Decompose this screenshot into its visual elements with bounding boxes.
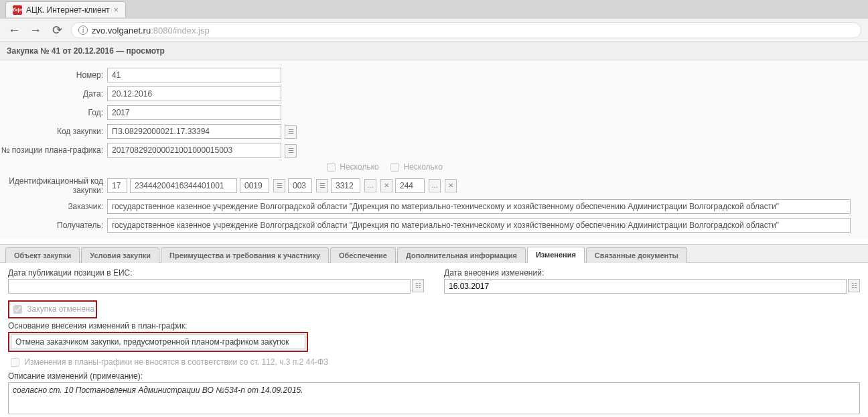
ikz-part1[interactable]: [107, 178, 127, 193]
favicon-icon: бфт: [13, 5, 22, 15]
label-plan-position: № позиции плана-графика:: [0, 145, 107, 155]
picker-icon[interactable]: ☰: [285, 144, 297, 158]
page: Закупка № 41 от 20.12.2016 — просмотр Но…: [0, 42, 868, 417]
page-title: Закупка № 41 от 20.12.2016 — просмотр: [0, 42, 868, 60]
label-purchase-code: Код закупки:: [0, 127, 107, 136]
picker-icon[interactable]: ☰: [316, 179, 328, 192]
purchase-code-input[interactable]: [107, 124, 281, 139]
ikz-flags: Несколько Несколько: [324, 161, 868, 174]
label-eis-date: Дата публикации позиции в ЕИС:: [8, 268, 424, 278]
several-label-1: Несколько: [340, 162, 378, 172]
tab-requirements[interactable]: Преимущества и требования к участнику: [161, 247, 329, 263]
number-input[interactable]: [107, 68, 281, 82]
customer-input[interactable]: [107, 199, 851, 214]
select-icon[interactable]: …: [429, 179, 441, 192]
label-number: Номер:: [0, 70, 107, 80]
url-port: :8080: [151, 25, 173, 36]
plan-position-input[interactable]: [107, 143, 281, 158]
highlight-basis: [8, 332, 308, 352]
tab-addinfo[interactable]: Дополнительная информация: [397, 247, 526, 263]
url-input[interactable]: i zvo.volganet.ru:8080/index.jsp: [71, 22, 861, 38]
recipient-input[interactable]: [107, 218, 851, 233]
no-changes-checkbox: [11, 358, 19, 367]
tab-guarantee[interactable]: Обеспечение: [330, 247, 396, 263]
tab-related[interactable]: Связанные документы: [586, 247, 687, 263]
forward-icon[interactable]: →: [28, 23, 43, 38]
url-path: /index.jsp: [173, 25, 210, 36]
tab-conditions[interactable]: Условия закупки: [81, 247, 159, 263]
several-label-2: Несколько: [403, 162, 442, 172]
label-change-date: Дата внесения изменений:: [444, 268, 860, 278]
eis-date-input[interactable]: [8, 279, 411, 294]
highlight-cancelled: Закупка отменена: [8, 300, 97, 318]
select-icon[interactable]: …: [364, 179, 376, 192]
calendar-icon[interactable]: ☷: [848, 279, 860, 292]
calendar-icon[interactable]: ☷: [412, 279, 424, 292]
ikz-part6[interactable]: [395, 178, 425, 193]
ikz-part2[interactable]: [130, 178, 237, 193]
label-ikz: Идентификационный код закупки:: [0, 176, 107, 196]
form-area: Номер: Дата: Год: Код закупки: ☰ № позиц…: [0, 60, 868, 239]
tab-content-changes: Дата публикации позиции в ЕИС: ☷ Дата вн…: [0, 263, 868, 417]
browser-tab[interactable]: бфт АЦК. Интернет-клиент ×: [5, 1, 126, 17]
label-customer: Заказчик:: [0, 202, 107, 211]
picker-icon[interactable]: ☰: [285, 125, 297, 139]
label-note: Описание изменений (примечание):: [8, 371, 860, 381]
no-changes-label: Изменения в планы-графики не вносятся в …: [24, 357, 328, 366]
note-textarea[interactable]: согласно ст. 10 Постановления Администра…: [8, 382, 860, 414]
change-date-input[interactable]: [444, 279, 847, 294]
ikz-part5[interactable]: [331, 178, 360, 193]
picker-icon[interactable]: ☰: [273, 179, 285, 192]
reload-icon[interactable]: ⟳: [50, 23, 64, 38]
cancelled-checkbox: [13, 305, 22, 314]
label-basis: Основание внесения изменений в план-граф…: [8, 321, 860, 331]
browser-tab-bar: бфт АЦК. Интернет-клиент ×: [0, 0, 868, 19]
several-check-2: [390, 163, 399, 172]
info-icon[interactable]: i: [78, 25, 88, 35]
clear-icon[interactable]: ✕: [380, 179, 392, 192]
tab-object[interactable]: Объект закупки: [5, 247, 80, 263]
tab-strip: Объект закупки Условия закупки Преимущес…: [0, 244, 868, 263]
url-host: zvo.volganet.ru: [92, 25, 151, 36]
year-input[interactable]: [107, 105, 281, 120]
tab-changes[interactable]: Изменения: [527, 247, 585, 263]
label-recipient: Получатель:: [0, 221, 107, 230]
address-bar: ← → ⟳ i zvo.volganet.ru:8080/index.jsp: [0, 19, 868, 42]
date-input[interactable]: [107, 86, 281, 101]
label-date: Дата:: [0, 89, 107, 99]
cancelled-label: Закупка отменена: [27, 304, 94, 313]
ikz-part4[interactable]: [288, 178, 312, 193]
clear-icon[interactable]: ✕: [445, 179, 457, 192]
close-tab-icon[interactable]: ×: [114, 5, 119, 15]
back-icon[interactable]: ←: [7, 23, 21, 38]
several-check-1: [327, 163, 336, 172]
basis-input[interactable]: [11, 335, 305, 349]
label-year: Год:: [0, 108, 107, 117]
ikz-part3[interactable]: [240, 178, 269, 193]
browser-tab-title: АЦК. Интернет-клиент: [26, 5, 110, 15]
browser-chrome: бфт АЦК. Интернет-клиент × ← → ⟳ i zvo.v…: [0, 0, 868, 42]
